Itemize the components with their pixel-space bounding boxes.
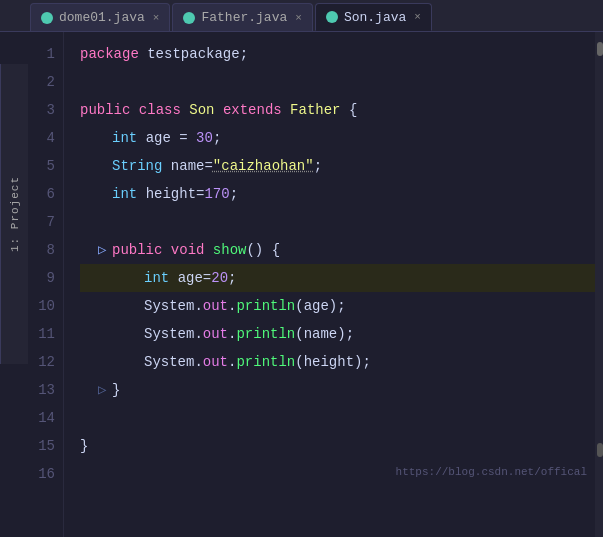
scroll-indicator-icon: ▷ (98, 376, 106, 404)
breakpoint-arrow-icon: ▷ (98, 236, 106, 264)
code-line-9: int age=20; (80, 264, 603, 292)
code-line-15: } (80, 432, 603, 460)
tab-icon-dome01 (41, 12, 53, 24)
scrollbar[interactable] (595, 32, 603, 537)
tab-close-son[interactable]: × (414, 11, 421, 23)
code-token: { (349, 96, 357, 124)
code-token: 30 (196, 124, 213, 152)
code-line-12: System.out.println(height); (144, 348, 603, 376)
code-token: out (203, 348, 228, 376)
line-num-9: 9 (28, 264, 55, 292)
code-token: (age); (295, 292, 345, 320)
code-line-8: ▷ public void show() { (112, 236, 603, 264)
code-token: height= (146, 180, 205, 208)
code-token: age= (178, 264, 212, 292)
line-num-11: 11 (28, 320, 55, 348)
code-line-5: String name="caizhaohan"; (112, 152, 603, 180)
code-token: void (171, 236, 205, 264)
code-token: out (203, 292, 228, 320)
code-token: ; (228, 264, 236, 292)
editor-container: 1: Project 1 2 3 4 5 6 7 8 9 10 11 12 13… (0, 32, 603, 537)
line-num-12: 12 (28, 348, 55, 376)
code-token: name= (171, 152, 213, 180)
code-token: 170 (204, 180, 229, 208)
code-token: (height); (295, 348, 371, 376)
code-token: int (112, 180, 137, 208)
tab-bar: dome01.java × Father.java × Son.java × (0, 0, 603, 32)
code-token: System. (144, 320, 203, 348)
editor-main: 1 2 3 4 5 6 7 8 9 10 11 12 13 14 15 16 p… (28, 32, 603, 537)
tab-son[interactable]: Son.java × (315, 3, 432, 31)
code-line-3: public class Son extends Father { (80, 96, 603, 124)
code-token: public (112, 236, 162, 264)
line-num-8: 8 (28, 236, 55, 264)
tab-dome01[interactable]: dome01.java × (30, 3, 170, 31)
code-token: } (112, 376, 120, 404)
code-line-7 (80, 208, 603, 236)
code-token: ; (314, 152, 322, 180)
code-line-4: int age = 30; (112, 124, 603, 152)
line-num-15: 15 (28, 432, 55, 460)
code-token: String (112, 152, 162, 180)
code-token: Father (290, 96, 340, 124)
code-token: out (203, 320, 228, 348)
line-num-4: 4 (28, 124, 55, 152)
code-token: Son (189, 96, 214, 124)
code-line-2 (80, 68, 603, 96)
code-line-1: package testpackage; (80, 40, 603, 68)
code-token: int (144, 264, 169, 292)
code-token: class (139, 96, 181, 124)
code-token: println (236, 348, 295, 376)
line-num-1: 1 (28, 40, 55, 68)
line-num-7: 7 (28, 208, 55, 236)
scroll-thumb-top[interactable] (597, 42, 603, 56)
code-token: testpackage; (147, 40, 248, 68)
tab-father[interactable]: Father.java × (172, 3, 312, 31)
code-token: . (228, 320, 236, 348)
code-line-16: https://blog.csdn.net/offical (80, 460, 603, 488)
code-token: println (236, 292, 295, 320)
line-num-6: 6 (28, 180, 55, 208)
code-token: println (236, 320, 295, 348)
line-num-3: 3 (28, 96, 55, 124)
tab-icon-son (326, 11, 338, 23)
code-token: . (228, 292, 236, 320)
code-token: () { (246, 236, 280, 264)
code-token: ; (230, 180, 238, 208)
code-line-6: int height=170; (112, 180, 603, 208)
line-num-5: 5 (28, 152, 55, 180)
code-token: public (80, 96, 130, 124)
code-line-13: ▷ } (112, 376, 603, 404)
code-token: package (80, 40, 139, 68)
code-token: (name); (295, 320, 354, 348)
line-num-14: 14 (28, 404, 55, 432)
code-line-11: System.out.println(name); (144, 320, 603, 348)
code-area[interactable]: package testpackage; public class Son ex… (64, 32, 603, 537)
code-token: 20 (211, 264, 228, 292)
tab-close-dome01[interactable]: × (153, 12, 160, 24)
code-line-10: System.out.println(age); (144, 292, 603, 320)
tab-label-dome01: dome01.java (59, 10, 145, 25)
line-numbers: 1 2 3 4 5 6 7 8 9 10 11 12 13 14 15 16 (28, 32, 64, 537)
code-token: } (80, 432, 88, 460)
code-token: "caizhaohan" (213, 152, 314, 180)
line-num-13: 13 (28, 376, 55, 404)
scroll-thumb-bottom[interactable] (597, 443, 603, 457)
code-token: System. (144, 292, 203, 320)
code-token: int (112, 124, 137, 152)
tab-close-father[interactable]: × (295, 12, 302, 24)
tab-icon-father (183, 12, 195, 24)
watermark: https://blog.csdn.net/offical (396, 458, 587, 486)
code-token: = (179, 124, 187, 152)
code-token: extends (223, 96, 282, 124)
code-token: age (146, 124, 171, 152)
code-token: ; (213, 124, 221, 152)
tab-label-father: Father.java (201, 10, 287, 25)
line-num-16: 16 (28, 460, 55, 488)
sidebar-label: 1: Project (0, 64, 28, 364)
line-num-2: 2 (28, 68, 55, 96)
code-token: System. (144, 348, 203, 376)
code-token: . (228, 348, 236, 376)
tab-label-son: Son.java (344, 10, 406, 25)
code-token: show (213, 236, 247, 264)
